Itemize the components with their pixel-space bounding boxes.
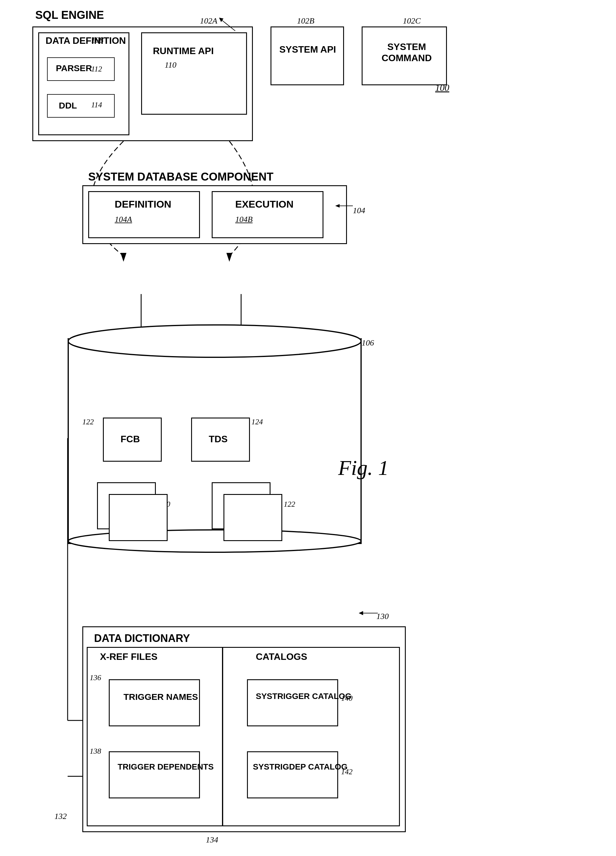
- arrow-130: [359, 606, 382, 620]
- trigger-dependents-box: [109, 751, 200, 798]
- systrigdep-catalog-box: [247, 751, 338, 798]
- parser-label: PARSER: [56, 63, 92, 73]
- dd-divider: [222, 647, 223, 826]
- ddl-box: [47, 94, 115, 118]
- data-dictionary-inner-box: [87, 647, 400, 826]
- ref-100: 100: [435, 82, 449, 93]
- ref-114: 114: [91, 100, 102, 109]
- arrow-104: [335, 200, 359, 215]
- ref-136: 136: [90, 673, 101, 682]
- svg-marker-26: [359, 611, 363, 615]
- ref-110: 110: [165, 60, 176, 70]
- data-definition-box: [38, 32, 129, 135]
- ref-112: 112: [91, 65, 102, 74]
- sql-engine-label: SQL ENGINE: [35, 9, 104, 22]
- ddl-label: DDL: [59, 100, 77, 111]
- system-api-label: SYSTEM API: [279, 44, 336, 55]
- execution-label: EXECUTION: [235, 199, 293, 210]
- lower-left-box2: [109, 494, 168, 541]
- catalogs-label: CATALOGS: [256, 651, 307, 662]
- runtime-api-label: RUNTIME API: [153, 46, 214, 57]
- trigger-names-box: [109, 679, 200, 726]
- fig1-label: Fig. 1: [338, 456, 389, 480]
- ref-104a: 104A: [115, 215, 132, 224]
- ref-122a: 122: [82, 417, 94, 426]
- runtime-api-box: [141, 32, 247, 115]
- ref-102c: 102C: [403, 16, 421, 26]
- ref-108: 108: [91, 35, 103, 45]
- svg-point-23: [68, 325, 361, 357]
- system-database-component-label: SYSTEM DATABASE COMPONENT: [88, 171, 273, 183]
- systrigdep-catalog-label: SYSTRIGDEP CATALOG: [253, 762, 332, 772]
- tds-label: TDS: [209, 434, 228, 445]
- svg-marker-0: [120, 253, 126, 262]
- ref-102a: 102A: [200, 16, 217, 26]
- svg-marker-22: [335, 204, 340, 208]
- trigger-names-label: TRIGGER NAMES: [123, 691, 185, 702]
- svg-marker-20: [219, 18, 223, 22]
- xref-files-label: X-REF FILES: [100, 651, 158, 662]
- arrow-102a: [217, 16, 241, 34]
- fcb-label: FCB: [120, 434, 140, 445]
- ref-104b: 104B: [235, 215, 253, 224]
- ref-134: 134: [206, 835, 218, 845]
- definition-box: [88, 191, 200, 238]
- system-api-box: [271, 26, 344, 85]
- ref-142: 142: [341, 767, 353, 776]
- data-dictionary-label: DATA DICTIONARY: [94, 632, 190, 645]
- ref-122b: 122: [284, 500, 295, 509]
- systrigger-catalog-label: SYSTRIGGER CATALOG: [256, 691, 329, 702]
- execution-box: [212, 191, 323, 238]
- diagram: SQL ENGINE DATA DEFINITION 108 PARSER 11…: [0, 0, 616, 856]
- cylinder-top: [68, 323, 362, 359]
- ref-102b: 102B: [297, 16, 314, 26]
- ref-138: 138: [90, 747, 101, 756]
- ref-124: 124: [251, 417, 263, 426]
- trigger-dependents-label: TRIGGER DEPENDENTS: [118, 762, 191, 772]
- ref-106: 106: [362, 338, 374, 348]
- data-definition-label: DATA DEFINITION: [46, 35, 126, 46]
- systrigger-catalog-box: [247, 679, 338, 726]
- svg-line-19: [220, 19, 235, 31]
- system-command-label: SYSTEM COMMAND: [367, 41, 447, 64]
- svg-marker-1: [226, 253, 232, 262]
- definition-label: DEFINITION: [115, 199, 171, 210]
- ref-132: 132: [54, 811, 67, 821]
- lower-right-box2: [223, 494, 282, 541]
- ref-140: 140: [341, 694, 353, 703]
